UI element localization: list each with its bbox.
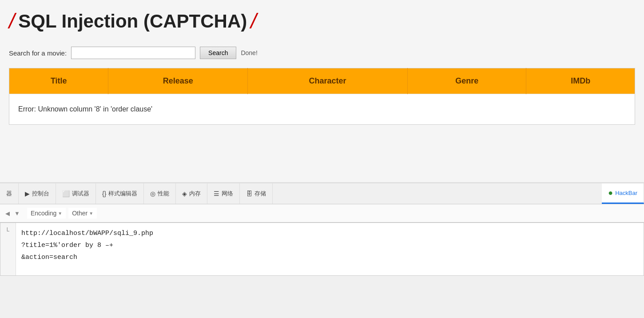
search-button[interactable]: Search [200, 47, 236, 59]
console-icon: ▶ [25, 190, 30, 197]
other-dropdown[interactable]: Other ▼ [68, 208, 97, 219]
encoding-label: Encoding [31, 210, 56, 217]
hackbar-controls: ◀ ▼ Encoding ▼ Other ▼ [0, 204, 644, 223]
url-line-1: http://localhost/bWAPP/sqli_9.php [21, 227, 638, 239]
col-imdb: IMDb [526, 68, 635, 94]
other-label: Other [72, 210, 87, 217]
hackbar-arrow-down: ▼ [14, 210, 20, 217]
col-release: Release [108, 68, 248, 94]
tab-storage[interactable]: 🗄 存储 [240, 183, 273, 204]
url-area: L http://localhost/bWAPP/sqli_9.php ?tit… [0, 223, 644, 276]
hackbar-icon: ● [608, 188, 613, 198]
tab-hackbar-label: HackBar [615, 190, 637, 196]
tab-performance-label: 性能 [158, 190, 169, 198]
encoding-chevron-icon: ▼ [58, 211, 62, 216]
col-character: Character [248, 68, 408, 94]
tab-style-editor[interactable]: {} 样式编辑器 [96, 183, 144, 204]
tab-memory[interactable]: ◈ 内存 [176, 183, 207, 204]
performance-icon: ◎ [150, 190, 155, 197]
hackbar-arrow-left: ◀ [5, 210, 10, 217]
error-row: Error: Unknown column '8' in 'order clau… [9, 94, 635, 125]
tab-memory-label: 内存 [189, 190, 201, 198]
search-bar: Search for a movie: Search Done! [9, 47, 635, 59]
tab-network-label: 网络 [222, 190, 233, 198]
tab-icon-placeholder: 器 [6, 190, 12, 198]
search-input[interactable] [71, 47, 195, 59]
tab-debugger-label: 调试器 [72, 190, 89, 198]
tab-placeholder-left[interactable]: 器 [0, 183, 19, 204]
page-title-container: / SQL Injection (CAPTCHA) / [9, 9, 635, 33]
storage-icon: 🗄 [246, 190, 252, 197]
debugger-icon: ⬜ [62, 190, 70, 197]
tab-hackbar[interactable]: ● HackBar [602, 183, 644, 204]
results-table: Title Release Character Genre IMDb Error… [9, 68, 635, 125]
url-sidebar: L [0, 223, 16, 275]
url-content[interactable]: http://localhost/bWAPP/sqli_9.php ?title… [16, 223, 644, 275]
search-label: Search for a movie: [9, 49, 67, 57]
tab-performance[interactable]: ◎ 性能 [144, 183, 176, 204]
col-title: Title [9, 68, 108, 94]
network-icon: ☰ [214, 190, 219, 197]
tab-storage-label: 存储 [254, 190, 266, 198]
memory-icon: ◈ [182, 190, 187, 197]
url-line-3: &action=search [21, 251, 638, 263]
slash-right-icon: / [250, 9, 256, 33]
tab-console[interactable]: ▶ 控制台 [19, 183, 56, 204]
main-content: / SQL Injection (CAPTCHA) / Search for a… [0, 0, 644, 182]
col-genre: Genre [407, 68, 526, 94]
tab-console-label: 控制台 [32, 190, 49, 198]
tab-network[interactable]: ☰ 网络 [207, 183, 240, 204]
encoding-dropdown[interactable]: Encoding ▼ [27, 208, 66, 219]
table-header: Title Release Character Genre IMDb [9, 68, 635, 94]
done-status: Done! [241, 49, 257, 56]
other-chevron-icon: ▼ [89, 211, 93, 216]
devtools-bar: 器 ▶ 控制台 ⬜ 调试器 {} 样式编辑器 ◎ 性能 ◈ 内存 ☰ 网络 🗄 … [0, 182, 644, 204]
tab-debugger[interactable]: ⬜ 调试器 [56, 183, 96, 204]
url-sidebar-label: L [7, 227, 10, 233]
page-title: SQL Injection (CAPTCHA) [18, 11, 247, 32]
tab-style-editor-label: 样式编辑器 [108, 190, 137, 198]
url-line-2: ?title=1%'order by 8 –+ [21, 239, 638, 251]
slash-left-icon: / [9, 9, 15, 33]
style-editor-icon: {} [102, 190, 106, 197]
table-body: Error: Unknown column '8' in 'order clau… [9, 94, 635, 125]
error-message: Error: Unknown column '8' in 'order clau… [9, 94, 635, 125]
